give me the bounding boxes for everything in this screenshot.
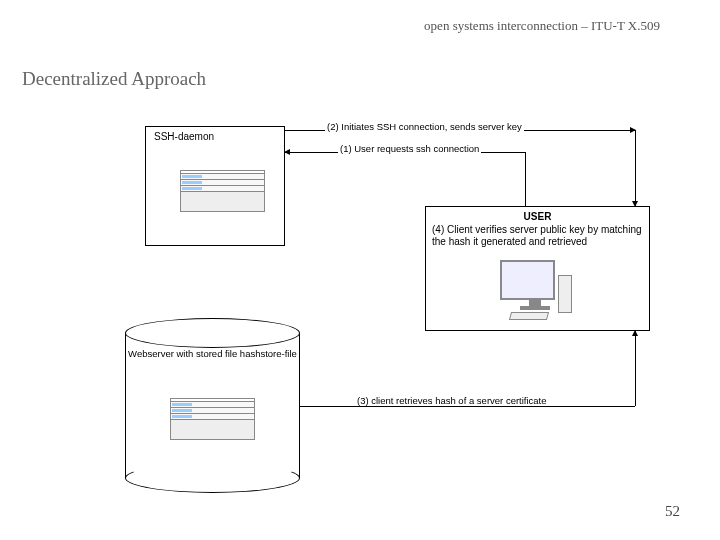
slide-title: Decentralized Approach <box>22 68 206 90</box>
webserver-label: Webserver with stored file hashstore-fil… <box>125 348 300 359</box>
computer-icon <box>500 260 570 310</box>
server-icon <box>180 170 265 212</box>
diagram-canvas: SSH-daemon (2) Initiates SSH connection,… <box>120 118 660 488</box>
page-header: open systems interconnection – ITU-T X.5… <box>424 18 660 34</box>
arrow-step3-v <box>635 331 636 406</box>
arrow-step1-label: (1) User requests ssh connection <box>338 144 481 154</box>
user-title: USER <box>432 211 643 222</box>
arrow-step2-v <box>635 130 636 206</box>
ssh-daemon-label: SSH-daemon <box>154 131 214 142</box>
page-number: 52 <box>665 503 680 520</box>
user-description: (4) Client verifies server public key by… <box>432 224 643 247</box>
arrow-step1-v <box>525 152 526 206</box>
server-icon <box>170 398 255 440</box>
arrow-step3-label: (3) client retrieves hash of a server ce… <box>355 396 549 406</box>
arrow-step2-label: (2) Initiates SSH connection, sends serv… <box>325 122 524 132</box>
